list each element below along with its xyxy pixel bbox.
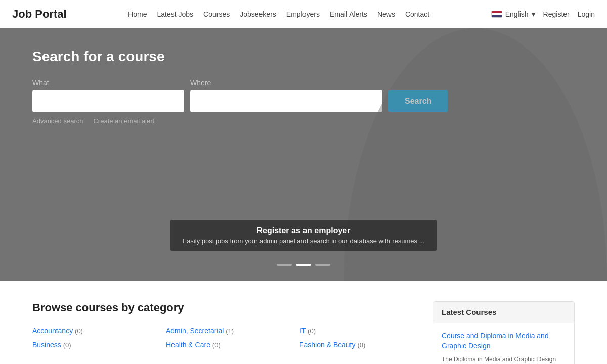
brand-logo[interactable]: Job Portal xyxy=(12,8,67,21)
promo-desc: Easily post jobs from your admin panel a… xyxy=(182,237,424,245)
what-field-group: What xyxy=(32,79,184,112)
category-business-count: (0) xyxy=(63,341,71,349)
nav-employers[interactable]: Employers xyxy=(286,10,320,18)
category-accountancy: Accountancy (0) xyxy=(32,327,154,335)
main-nav: Home Latest Jobs Courses Jobseekers Empl… xyxy=(128,10,429,18)
right-column: Latest Courses Course and Diploma in Med… xyxy=(433,301,575,364)
left-column: Browse courses by category Accountancy (… xyxy=(32,301,421,364)
category-health: Health & Care (0) xyxy=(166,341,287,349)
nav-contact[interactable]: Contact xyxy=(405,10,429,18)
chevron-down-icon: ▾ xyxy=(532,10,535,18)
register-link[interactable]: Register xyxy=(543,10,570,18)
category-it: IT (0) xyxy=(299,327,421,335)
flag-icon xyxy=(491,11,502,18)
slider-dot-1[interactable] xyxy=(277,264,292,266)
category-business-link[interactable]: Business xyxy=(32,341,61,349)
where-label: Where xyxy=(190,79,382,87)
nav-latest-jobs[interactable]: Latest Jobs xyxy=(157,10,193,18)
latest-courses-body: Course and Diploma in Media and Graphic … xyxy=(433,323,574,364)
search-links: Advanced search Create an email alert xyxy=(32,117,154,125)
nav-courses[interactable]: Courses xyxy=(203,10,230,18)
browse-title: Browse courses by category xyxy=(32,301,421,314)
nav-home[interactable]: Home xyxy=(128,10,147,18)
latest-courses-header: Latest Courses xyxy=(433,302,574,323)
navbar: Job Portal Home Latest Jobs Courses Jobs… xyxy=(0,0,607,28)
hero-section: Search for a course What Where Search Ad… xyxy=(0,28,607,281)
where-field-group: Where xyxy=(190,79,382,112)
nav-news[interactable]: News xyxy=(377,10,395,18)
category-accountancy-count: (0) xyxy=(75,327,83,335)
main-content: Browse courses by category Accountancy (… xyxy=(0,281,607,364)
category-admin: Admin, Secretarial (1) xyxy=(166,327,287,335)
sidebar-course-link[interactable]: Course and Diploma in Media and Graphic … xyxy=(442,331,566,351)
latest-courses-card: Latest Courses Course and Diploma in Med… xyxy=(433,301,575,364)
navbar-right: English ▾ Register Login xyxy=(491,10,595,18)
category-accountancy-link[interactable]: Accountancy xyxy=(32,327,73,335)
category-admin-count: (1) xyxy=(226,327,234,335)
hero-title: Search for a course xyxy=(32,49,164,65)
category-admin-link[interactable]: Admin, Secretarial xyxy=(166,327,224,335)
category-fashion-link[interactable]: Fashion & Beauty xyxy=(299,341,356,349)
where-input[interactable] xyxy=(190,90,382,112)
category-fashion-count: (0) xyxy=(357,341,365,349)
language-button[interactable]: English ▾ xyxy=(491,10,535,18)
create-alert-link[interactable]: Create an email alert xyxy=(93,117,154,125)
what-label: What xyxy=(32,79,184,87)
slider-dots xyxy=(277,264,330,266)
category-it-count: (0) xyxy=(308,327,316,335)
promo-title: Register as an employer xyxy=(182,226,424,235)
category-health-link[interactable]: Health & Care xyxy=(166,341,210,349)
nav-jobseekers[interactable]: Jobseekers xyxy=(240,10,276,18)
category-it-link[interactable]: IT xyxy=(299,327,306,335)
login-link[interactable]: Login xyxy=(578,10,595,18)
nav-email-alerts[interactable]: Email Alerts xyxy=(330,10,367,18)
promo-bar: Register as an employer Easily post jobs… xyxy=(170,220,437,251)
category-fashion: Fashion & Beauty (0) xyxy=(299,341,421,349)
slider-dot-3[interactable] xyxy=(315,264,330,266)
language-label: English xyxy=(505,10,529,18)
sidebar-course-desc: The Diploma in Media and Graphic Design … xyxy=(442,355,566,364)
advanced-search-link[interactable]: Advanced search xyxy=(32,117,83,125)
category-grid: Accountancy (0) Admin, Secretarial (1) I… xyxy=(32,327,421,349)
slider-dot-2[interactable] xyxy=(296,264,311,266)
category-health-count: (0) xyxy=(212,341,221,349)
what-input[interactable] xyxy=(32,90,184,112)
category-business: Business (0) xyxy=(32,341,154,349)
